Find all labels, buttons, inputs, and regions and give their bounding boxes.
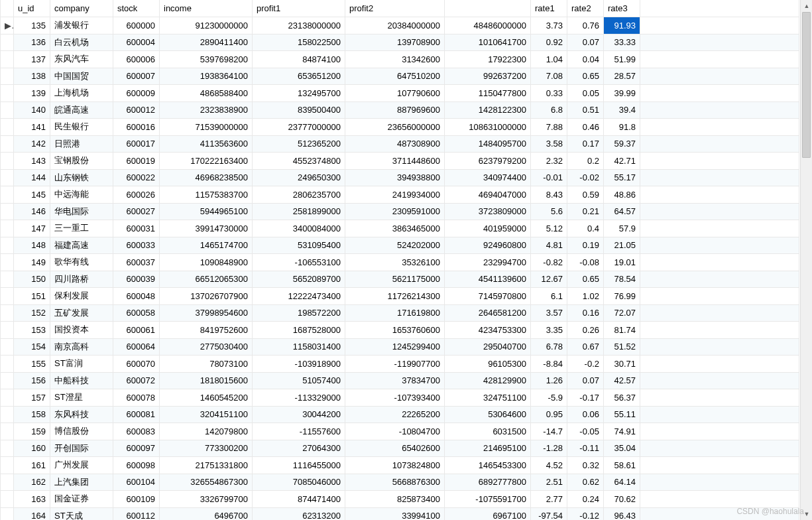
cell-u_id[interactable]: 137 <box>14 51 50 68</box>
cell-profit1[interactable]: 7085046000 <box>253 474 345 491</box>
cell-income[interactable]: 142079800 <box>160 423 253 440</box>
cell-rate2[interactable]: 0.65 <box>567 271 604 288</box>
table-row[interactable]: 156中船科技600072181801560051057400378347004… <box>1 372 799 389</box>
cell-profit2[interactable]: 22265200 <box>345 406 445 423</box>
cell-rate3[interactable]: 42.71 <box>604 153 640 170</box>
table-row[interactable]: 153国投资本600061841975260016875280001653760… <box>1 322 799 339</box>
cell-rate2[interactable]: 0.67 <box>567 338 604 356</box>
cell-rate1[interactable]: 0.92 <box>531 34 567 51</box>
cell-profit2[interactable]: 20384000000 <box>345 17 445 34</box>
cell-profit2[interactable]: 107790600 <box>345 85 445 102</box>
cell-stock[interactable]: 600039 <box>113 271 160 288</box>
cell-company[interactable]: 民生银行 <box>50 119 113 136</box>
cell-rate1[interactable]: 8.43 <box>531 186 567 204</box>
cell-company[interactable]: 山东钢铁 <box>50 169 113 186</box>
cell-company[interactable]: 国金证券 <box>50 491 113 508</box>
cell-blank[interactable]: 214695100 <box>445 440 531 457</box>
cell-profit2[interactable]: 887969600 <box>345 101 445 119</box>
cell-blank[interactable]: 96105300 <box>445 356 531 373</box>
cell-income[interactable]: 91230000000 <box>160 17 253 34</box>
cell-rate3[interactable]: 51.99 <box>604 51 640 68</box>
cell-profit1[interactable]: 839500400 <box>253 101 345 119</box>
cell-u_id[interactable]: 164 <box>14 507 50 520</box>
cell-blank[interactable]: 324751100 <box>445 389 531 407</box>
header-profit2[interactable]: profit2 <box>345 0 445 17</box>
cell-blank[interactable]: 1150477800 <box>445 85 531 102</box>
cell-u_id[interactable]: 135 <box>14 17 50 34</box>
cell-profit2[interactable]: -10804700 <box>345 423 445 440</box>
cell-profit2[interactable]: 3863465000 <box>345 220 445 237</box>
cell-profit1[interactable]: 158022500 <box>253 34 345 51</box>
cell-profit2[interactable]: 487308900 <box>345 135 445 153</box>
cell-rate1[interactable]: 3.58 <box>531 135 567 153</box>
cell-company[interactable]: 歌华有线 <box>50 254 113 271</box>
cell-company[interactable]: 四川路桥 <box>50 271 113 288</box>
cell-company[interactable]: ST天成 <box>50 507 113 520</box>
cell-blank[interactable]: 17922300 <box>445 51 531 68</box>
cell-rate2[interactable]: 0.59 <box>567 186 604 204</box>
cell-profit1[interactable]: 2581899000 <box>253 203 345 220</box>
cell-profit2[interactable]: 11726214300 <box>345 288 445 305</box>
cell-profit1[interactable]: 874471400 <box>253 491 345 508</box>
cell-rate2[interactable]: -0.05 <box>567 423 604 440</box>
table-row[interactable]: 140皖通高速600012232383890083950040088796960… <box>1 101 799 119</box>
cell-profit2[interactable]: 3711448600 <box>345 153 445 170</box>
cell-stock[interactable]: 600109 <box>113 491 160 508</box>
cell-income[interactable]: 37998954600 <box>160 304 253 322</box>
cell-u_id[interactable]: 155 <box>14 356 50 373</box>
cell-profit2[interactable]: 2419934000 <box>345 186 445 204</box>
cell-rate3[interactable]: 91.93 <box>604 17 640 34</box>
cell-stock[interactable]: 600026 <box>113 186 160 204</box>
cell-rate2[interactable]: 0.16 <box>567 304 604 322</box>
cell-profit1[interactable]: 23138000000 <box>253 17 345 34</box>
cell-rate1[interactable]: 2.77 <box>531 491 567 508</box>
table-row[interactable]: 149歌华有线6000371090848900-1065531003532610… <box>1 254 799 271</box>
cell-rate2[interactable]: 0.62 <box>567 474 604 491</box>
cell-profit2[interactable]: 65402600 <box>345 440 445 457</box>
cell-income[interactable]: 1818015600 <box>160 372 253 389</box>
table-row[interactable]: 163国金证券600109332679970087447140082587340… <box>1 491 799 508</box>
cell-profit2[interactable]: 31342600 <box>345 51 445 68</box>
cell-rate2[interactable]: 0.24 <box>567 491 604 508</box>
cell-rate3[interactable]: 96.43 <box>604 507 640 520</box>
vertical-scrollbar[interactable]: ▲ ▼ <box>800 0 812 520</box>
header-blank[interactable] <box>445 0 531 17</box>
cell-blank[interactable]: 108631000000 <box>445 119 531 136</box>
table-row[interactable]: 136白云机场600004289041140015802250013970890… <box>1 34 799 51</box>
cell-stock[interactable]: 600097 <box>113 440 160 457</box>
header-profit1[interactable]: profit1 <box>253 0 345 17</box>
cell-u_id[interactable]: 157 <box>14 389 50 407</box>
cell-rate1[interactable]: 0.33 <box>531 85 567 102</box>
cell-blank[interactable]: 1484095700 <box>445 135 531 153</box>
cell-rate1[interactable]: -8.84 <box>531 356 567 373</box>
scroll-track[interactable] <box>801 12 812 508</box>
cell-stock[interactable]: 600009 <box>113 85 160 102</box>
header-stock[interactable]: stock <box>113 0 160 17</box>
cell-profit1[interactable]: 12222473400 <box>253 288 345 305</box>
cell-company[interactable]: 中船科技 <box>50 372 113 389</box>
cell-profit1[interactable]: 3400084000 <box>253 220 345 237</box>
cell-income[interactable]: 1460545200 <box>160 389 253 407</box>
cell-income[interactable]: 1090848900 <box>160 254 253 271</box>
cell-u_id[interactable]: 162 <box>14 474 50 491</box>
cell-profit1[interactable]: 84874100 <box>253 51 345 68</box>
cell-income[interactable]: 39914730000 <box>160 220 253 237</box>
table-row[interactable]: 144山东钢铁600022469682385002496503003949388… <box>1 169 799 186</box>
cell-u_id[interactable]: 144 <box>14 169 50 186</box>
cell-u_id[interactable]: 142 <box>14 135 50 153</box>
cell-income[interactable]: 1465174700 <box>160 237 253 254</box>
cell-blank[interactable]: 295040700 <box>445 338 531 356</box>
cell-rate1[interactable]: 3.35 <box>531 322 567 339</box>
cell-rate2[interactable]: 0.2 <box>567 153 604 170</box>
cell-u_id[interactable]: 139 <box>14 85 50 102</box>
cell-company[interactable]: 白云机场 <box>50 34 113 51</box>
cell-company[interactable]: 中远海能 <box>50 186 113 204</box>
cell-rate2[interactable]: 0.76 <box>567 17 604 34</box>
data-table[interactable]: u_id company stock income profit1 profit… <box>0 0 799 520</box>
cell-rate1[interactable]: -1.28 <box>531 440 567 457</box>
cell-rate1[interactable]: 4.81 <box>531 237 567 254</box>
cell-profit1[interactable]: -103918900 <box>253 356 345 373</box>
cell-rate1[interactable]: 4.52 <box>531 457 567 474</box>
cell-u_id[interactable]: 140 <box>14 101 50 119</box>
cell-company[interactable]: 国投资本 <box>50 322 113 339</box>
